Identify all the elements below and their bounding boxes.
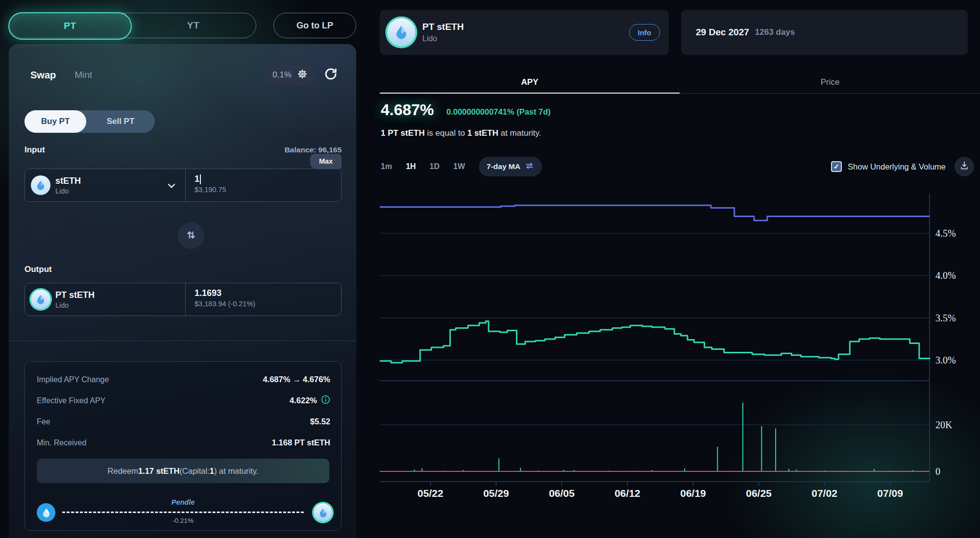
detail-label: Min. Received [37,439,86,447]
output-label-row: Output [24,265,342,274]
trade-details-card: Implied APY Change 4.687% → 4.676% Effec… [24,361,342,531]
max-button[interactable]: Max [310,154,342,169]
swap-horizontal-icon [525,161,534,172]
svg-text:07/09: 07/09 [877,488,903,499]
range-1w[interactable]: 1W [453,162,465,171]
chart-tabbar: APY Price [380,77,980,94]
route-dashed-line [62,512,304,513]
apy-change-7d: 0.000000000741% (Past 7d) [446,107,551,117]
apy-chart[interactable]: 05/2205/2906/0506/1206/1906/2507/0207/09… [380,189,980,538]
route-pt-icon [314,503,332,522]
detail-row-min-received: Min. Received 1.168 PT stETH [37,432,330,453]
range-1m[interactable]: 1m [381,162,392,171]
buy-pt-button[interactable]: Buy PT [24,110,86,133]
input-token-symbol: stETH [55,176,81,186]
text-caret [200,174,201,184]
output-amount-value: 1.1693 [195,288,341,298]
svg-text:4.0%: 4.0% [935,270,956,281]
detail-row-effective-apy: Effective Fixed APY 4.622% [37,390,330,411]
maturity-note: 1 PT stETH is equal to 1 stETH at maturi… [381,128,541,138]
swap-panel: Swap Mint 0.1% [9,44,356,538]
slippage-settings-button[interactable]: 0.1% [264,64,315,86]
apy-chart-area[interactable]: 05/2205/2906/0506/1206/1906/2507/0207/09… [380,189,980,538]
market-header-card: PT stETH Lido Info [380,10,669,55]
input-label: Input [24,145,45,155]
detail-label: Fee [37,417,50,426]
info-button[interactable]: Info [629,24,661,41]
route-provider: Pendle [37,498,329,506]
download-icon [959,160,970,173]
input-amount-value: 1 [195,174,199,184]
refresh-icon [324,67,338,83]
output-box: PT stETH Lido 1.1693 $3,183.94 (-0.21%) [24,283,342,316]
buy-sell-toggle: Buy PT Sell PT [24,110,155,133]
tab-price[interactable]: Price [680,77,980,87]
maturity-card: 29 Dec 2027 1263 days [681,10,968,55]
pt-steth-token-icon [31,290,50,309]
svg-text:06/19: 06/19 [680,488,706,499]
ma-selector[interactable]: 7-day MA [479,157,542,176]
slippage-value: 0.1% [272,70,292,80]
market-mode-tabs: PT YT Go to LP [9,13,356,38]
swap-vertical-icon [185,228,197,243]
svg-text:06/12: 06/12 [614,488,640,499]
output-token-symbol: PT stETH [55,290,95,300]
gear-icon [296,68,308,82]
steth-token-icon [31,175,50,195]
market-symbol: PT stETH [422,22,464,32]
chevron-down-icon [166,180,177,193]
svg-text:05/29: 05/29 [483,488,509,499]
range-1h[interactable]: 1H [406,162,416,171]
info-icon[interactable] [321,395,330,406]
sell-pt-button[interactable]: Sell PT [86,110,155,133]
range-1d[interactable]: 1D [430,162,440,171]
show-underlying-label: Show Underlying & Volume [848,162,946,171]
chart-controls: 1m 1H 1D 1W 7-day MA ✓ Show Underlying &… [381,156,980,177]
detail-label: Effective Fixed APY [37,396,105,405]
ma-selector-label: 7-day MA [487,162,520,171]
go-to-lp-button[interactable]: Go to LP [273,13,356,38]
svg-text:3.0%: 3.0% [935,355,956,366]
input-token-selector[interactable]: stETH Lido [25,169,186,201]
maturity-days-left: 1263 days [755,27,795,37]
current-implied-apy: 4.687% [381,101,434,119]
input-label-row: Input Balance: 96,165 [24,145,342,155]
maturity-date: 29 Dec 2027 [696,27,749,38]
show-underlying-checkbox[interactable]: ✓ [831,161,842,172]
output-token-provider: Lido [55,301,95,309]
mode-mint[interactable]: Mint [74,70,92,80]
svg-text:05/22: 05/22 [417,488,443,499]
mode-swap[interactable]: Swap [30,70,56,81]
swap-mode-row: Swap Mint 0.1% [30,64,339,86]
input-token-provider: Lido [55,187,81,195]
route-diagram: Pendle -0.21% [37,499,329,528]
detail-row-fee: Fee $5.52 [37,411,330,432]
output-usd-value: $3,183.94 (-0.21%) [195,300,341,308]
detail-value: $5.52 [310,417,330,426]
svg-text:0: 0 [935,466,940,477]
svg-text:4.5%: 4.5% [935,228,956,239]
tab-pt[interactable]: PT [8,12,132,40]
refresh-button[interactable] [323,67,339,83]
tab-apy[interactable]: APY [380,77,680,87]
detail-value: 4.622% [290,395,330,406]
svg-text:06/05: 06/05 [549,488,575,499]
tab-yt[interactable]: YT [131,13,256,37]
detail-value: 4.687% → 4.676% [263,375,330,384]
svg-text:06/25: 06/25 [746,488,772,499]
input-amount-field[interactable]: 1 [195,174,341,184]
detail-label: Implied APY Change [37,375,109,384]
input-balance[interactable]: Balance: 96,165 [285,146,342,154]
market-detail-section: PT stETH Lido Info 29 Dec 2027 1263 days… [380,0,980,538]
active-tab-underline [380,93,680,94]
svg-text:20K: 20K [935,419,953,430]
download-button[interactable] [955,157,974,176]
output-label: Output [24,265,52,274]
output-token[interactable]: PT stETH Lido [25,283,186,316]
detail-value: 1.168 PT stETH [272,438,330,447]
swap-direction-button[interactable] [178,222,204,249]
input-box: stETH Lido 1 $3,190.75 [24,169,342,202]
route-price-impact: -0.21% [37,517,329,524]
redeem-note: Redeem 1.17 stETH (Capital: 1) at maturi… [37,459,329,483]
detail-row-implied-apy: Implied APY Change 4.687% → 4.676% [37,369,330,390]
